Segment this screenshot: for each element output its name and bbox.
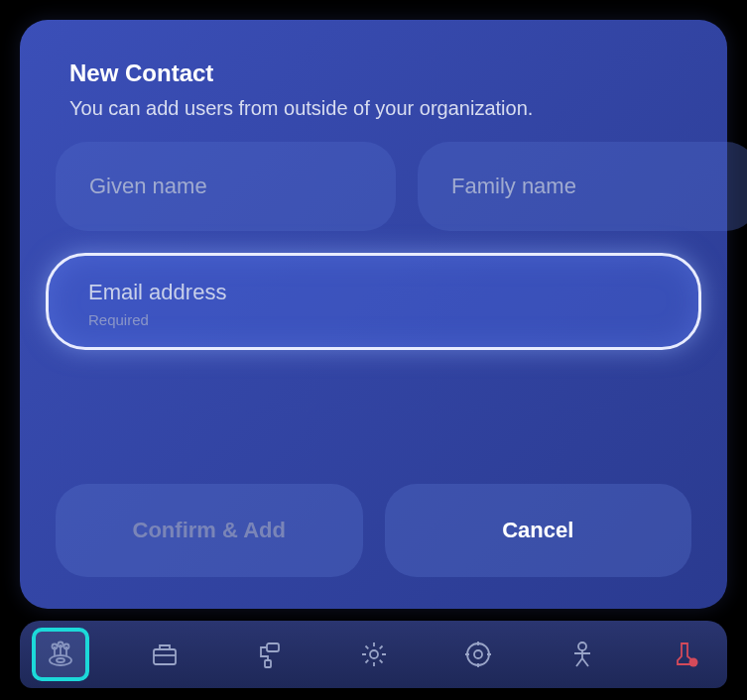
- svg-point-11: [578, 642, 586, 650]
- person-icon: [566, 639, 598, 670]
- svg-point-9: [467, 643, 489, 665]
- taskbar-person[interactable]: [555, 628, 611, 681]
- paint-roller-icon: [253, 639, 285, 670]
- taskbar-apps[interactable]: [32, 628, 89, 681]
- email-label: Email address: [88, 280, 659, 305]
- target-icon: [462, 639, 494, 670]
- svg-rect-6: [267, 643, 279, 651]
- svg-point-12: [689, 658, 698, 667]
- svg-rect-7: [265, 660, 271, 667]
- new-contact-dialog: New Contact You can add users from outsi…: [20, 20, 727, 609]
- taskbar-briefcase[interactable]: [137, 628, 193, 681]
- gear-icon: [358, 639, 390, 670]
- boot-alert-icon: [671, 639, 702, 670]
- taskbar-paint-roller[interactable]: [241, 628, 298, 681]
- svg-point-0: [50, 655, 71, 665]
- dialog-subtitle: You can add users from outside of your o…: [69, 97, 691, 120]
- email-required-label: Required: [88, 311, 149, 328]
- taskbar-target[interactable]: [449, 628, 506, 681]
- dialog-title: New Contact: [69, 59, 691, 87]
- taskbar: [20, 621, 727, 688]
- name-row: [56, 142, 691, 231]
- email-input[interactable]: Email address Required: [46, 253, 701, 350]
- family-name-input[interactable]: [418, 142, 747, 231]
- svg-point-1: [57, 658, 64, 662]
- briefcase-icon: [149, 639, 181, 670]
- apps-icon: [45, 639, 76, 670]
- cancel-button[interactable]: Cancel: [385, 484, 692, 577]
- taskbar-boot-alert[interactable]: [659, 628, 715, 681]
- given-name-input[interactable]: [56, 142, 396, 231]
- svg-rect-5: [154, 649, 176, 664]
- taskbar-settings[interactable]: [345, 628, 402, 681]
- svg-point-10: [474, 650, 482, 658]
- confirm-add-button[interactable]: Confirm & Add: [56, 484, 363, 577]
- svg-point-8: [370, 650, 378, 658]
- button-row: Confirm & Add Cancel: [56, 484, 691, 577]
